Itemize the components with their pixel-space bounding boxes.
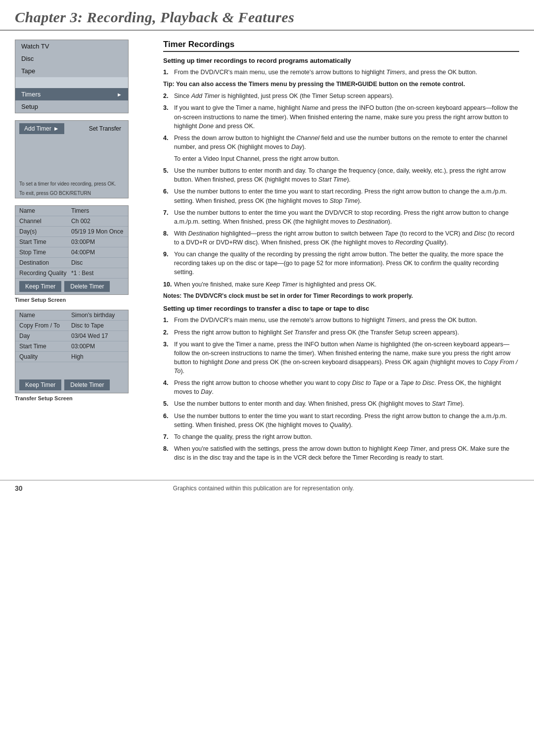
chapter-header: Chapter 3: Recording, Playback & Feature… (0, 0, 534, 31)
timer-menu-header: Add Timer ► Set Transfer (15, 121, 128, 137)
right-column: Timer Recordings Setting up timer record… (158, 40, 519, 465)
setup-row-recording-quality: Recording Quality *1 : Best (15, 268, 128, 279)
s2-step-4: 4. Press the right arrow button to choos… (163, 378, 519, 396)
setup-row-name: Name Timers (15, 206, 128, 216)
subsection1-title: Setting up timer recordings to record pr… (163, 57, 519, 64)
setup-row-channel: Channel Ch 002 (15, 216, 128, 227)
s2-step-2: 2. Press the right arrow button to highl… (163, 328, 519, 337)
transfer-setup-buttons: Keep Timer Delete Timer (15, 377, 128, 393)
transfer-setup-screen-label: Transfer Setup Screen (15, 395, 148, 401)
timer-setup-buttons: Keep Timer Delete Timer (15, 279, 128, 294)
s2-step-1: 1. From the DVD/VCR's main menu, use the… (163, 316, 519, 325)
menu-item-setup[interactable]: Setup (15, 100, 128, 113)
setup-row-start-time: Start Time 03:00PM (15, 237, 128, 247)
delete-timer-button[interactable]: Delete Timer (64, 281, 110, 292)
subsection2-title: Setting up timer recordings to transfer … (163, 305, 519, 312)
tip-box: Tip: You can also access the Timers menu… (163, 80, 519, 89)
transfer-delete-timer-button[interactable]: Delete Timer (64, 379, 110, 390)
timer-setup-box: Name Timers Channel Ch 002 Day(s) 05/19 … (15, 205, 129, 295)
transfer-row-start-time: Start Time 03:00PM (15, 341, 128, 352)
set-transfer-label: Set Transfer (86, 123, 124, 134)
s2-step-7: 7. To change the quality, press the righ… (163, 432, 519, 441)
setup-row-stop-time: Stop Time 04:00PM (15, 247, 128, 258)
keep-timer-button[interactable]: Keep Timer (19, 281, 61, 292)
step-4: 4. Press the down arrow button to highli… (163, 134, 519, 151)
menu-item-blank (15, 77, 128, 88)
step-1: 1. From the DVD/VCR's main menu, use the… (163, 68, 519, 77)
menu-item-timers[interactable]: Timers ► (15, 88, 128, 100)
main-layout: Watch TV Disc Tape Timers ► Setup (0, 31, 534, 465)
chapter-title: Chapter 3: Recording, Playback & Feature… (15, 9, 519, 26)
setup-row-destination: Destination Disc (15, 258, 128, 268)
step-10: 10. When you're finished, make sure Keep… (163, 280, 519, 289)
step-9: 9. You can change the quality of the rec… (163, 250, 519, 277)
page-wrapper: Chapter 3: Recording, Playback & Feature… (0, 0, 534, 496)
menu-item-watch-tv[interactable]: Watch TV (15, 40, 128, 52)
instructions-list-2: 1. From the DVD/VCR's main menu, use the… (163, 316, 519, 462)
transfer-setup-spacer (15, 362, 128, 377)
menu-item-tape[interactable]: Tape (15, 65, 128, 77)
section-title: Timer Recordings (163, 40, 519, 52)
note-box-1: Notes: The DVD/VCR's clock must be set i… (163, 292, 519, 300)
timers-arrow-icon: ► (117, 92, 122, 97)
step-7: 7. Use the number buttons to enter the t… (163, 208, 519, 226)
step-4b: To enter a Video Input Channel, press th… (163, 154, 519, 163)
timer-setup-screen-label: Timer Setup Screen (15, 297, 148, 303)
timer-menu-content (15, 137, 128, 179)
step-2: 2. Since Add Timer is highlighted, just … (163, 92, 519, 100)
s2-step-5: 5. Use the number buttons to enter month… (163, 399, 519, 408)
step-3: 3. If you want to give the Timer a name,… (163, 103, 519, 130)
transfer-setup-box: Name Simon's birthday Copy From / To Dis… (15, 310, 129, 393)
instructions-list-1: 1. From the DVD/VCR's main menu, use the… (163, 68, 519, 289)
transfer-row-quality: Quality High (15, 352, 128, 362)
transfer-row-name: Name Simon's birthday (15, 310, 128, 321)
add-timer-button[interactable]: Add Timer ► (19, 123, 64, 134)
left-column: Watch TV Disc Tape Timers ► Setup (15, 40, 148, 465)
transfer-setup-section: Name Simon's birthday Copy From / To Dis… (15, 310, 148, 401)
transfer-keep-timer-button[interactable]: Keep Timer (19, 379, 61, 390)
page-number: 30 (15, 484, 23, 492)
transfer-row-day: Day 03/04 Wed 17 (15, 331, 128, 341)
menu-item-disc[interactable]: Disc (15, 52, 128, 65)
footer: 30 Graphics contained within this public… (0, 480, 534, 496)
s2-step-6: 6. Use the number buttons to enter the t… (163, 412, 519, 429)
s2-step-3: 3. If you want to give the Timer a name,… (163, 340, 519, 376)
transfer-row-copy-from-to: Copy From / To Disc to Tape (15, 321, 128, 331)
setup-row-days: Day(s) 05/19 19 Mon Once (15, 227, 128, 237)
timer-menu-note2: To exit, press GO BCK/RETURN (15, 189, 128, 198)
step-8: 8. With Destination highlighted—press th… (163, 229, 519, 247)
s2-step-8: 8. When you're satisfied with the settin… (163, 444, 519, 462)
footer-note: Graphics contained within this publicati… (23, 485, 504, 492)
timer-setup-section: Name Timers Channel Ch 002 Day(s) 05/19 … (15, 205, 148, 303)
step-5: 5. Use the number buttons to enter month… (163, 166, 519, 184)
main-menu-box: Watch TV Disc Tape Timers ► Setup (15, 40, 129, 113)
add-timer-arrow-icon: ► (53, 125, 59, 132)
timer-menu-box: Add Timer ► Set Transfer To set a timer … (15, 120, 129, 198)
timer-menu-note1: To set a timer for video recording, pres… (15, 179, 128, 189)
step-6: 6. Use the number buttons to enter the t… (163, 187, 519, 205)
